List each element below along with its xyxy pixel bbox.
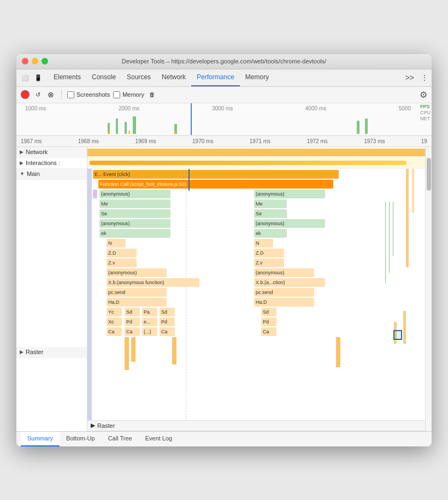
flame-block-purple-small[interactable] [93, 190, 97, 198]
record-button[interactable] [21, 90, 30, 99]
title-bar: Developer Tools – https://developers.goo… [16, 54, 432, 69]
tab-sources[interactable]: Sources [121, 69, 156, 86]
flame-block-pa[interactable]: Pa [142, 308, 157, 316]
flame-block-me-1[interactable]: Me [99, 199, 170, 208]
tab-bottom-up[interactable]: Bottom-Up [60, 432, 102, 446]
devtools-menu-button[interactable]: ⋮ [421, 73, 428, 82]
memory-checkbox[interactable] [113, 91, 120, 98]
selection-indicator [191, 103, 192, 135]
more-tabs-button[interactable]: >> [401, 71, 418, 84]
close-button[interactable] [22, 58, 28, 64]
flame-block-pcsend-1[interactable]: pc.send [107, 288, 167, 297]
flame-block-zv-1[interactable]: Z.v [107, 258, 137, 267]
tab-console[interactable]: Console [86, 69, 121, 86]
devtools-window: Developer Tools – https://developers.goo… [16, 54, 432, 446]
flame-block-anon-tan-2[interactable]: (anonymous) [254, 268, 314, 277]
raster-label-text: Raster [26, 349, 43, 355]
tab-memory[interactable]: Memory [240, 69, 274, 86]
flame-block-ek-2[interactable]: ek [254, 229, 287, 238]
ruler-mark-0: 1967 ms [21, 138, 42, 144]
tall-yellow-1 [125, 337, 129, 370]
main-arrow-icon: ▼ [20, 171, 25, 177]
flame-block-ek-1[interactable]: ek [99, 229, 170, 238]
tab-call-tree[interactable]: Call Tree [102, 432, 139, 446]
network-track [87, 147, 425, 158]
flame-block-sd-1[interactable]: Sd [125, 308, 140, 316]
raster-track[interactable]: ▶ Raster [87, 420, 425, 431]
flame-block-pd-3[interactable]: Pd [261, 317, 276, 326]
flame-block-me-2[interactable]: Me [254, 199, 287, 208]
flame-block-function-call[interactable]: Function Call (script_foot_closure.js:53… [98, 180, 333, 189]
flame-block-n-2[interactable]: N [254, 239, 273, 248]
flame-block-had-1[interactable]: Ha.D [107, 298, 167, 307]
flame-block-zv-2[interactable]: Z.v [254, 258, 284, 267]
flame-block-se-2[interactable]: Se [254, 209, 287, 218]
raster-section-label[interactable]: ▶ Raster [16, 347, 87, 358]
selected-block[interactable] [393, 330, 402, 340]
flame-block-pd-2[interactable]: Pd [160, 317, 175, 326]
flame-block-n-1[interactable]: N [107, 239, 126, 248]
network-section-label[interactable]: ▶ Network [16, 147, 87, 158]
timeline-overview[interactable]: 1000 ms 2000 ms 3000 ms 4000 ms 5000 [16, 103, 432, 136]
ruler-mark-5: 1972 ms [306, 138, 327, 144]
main-section-label[interactable]: ▼ Main [16, 169, 87, 180]
cursor-line [188, 169, 190, 191]
flame-block-pd-1[interactable]: Pd [125, 317, 140, 326]
timeline-label-0: 1000 ms [25, 105, 46, 111]
flame-block-zd-1[interactable]: Z.D [107, 249, 137, 257]
main-track[interactable]: E... Event (click) Function Call (script… [87, 169, 425, 420]
interactions-section-label[interactable]: ▶ Interactions : [16, 158, 87, 169]
interactions-arrow-icon: ▶ [20, 160, 23, 166]
minimize-button[interactable] [32, 58, 38, 64]
flame-block-zd-2[interactable]: Z.D [254, 249, 284, 257]
flame-block-event-click[interactable]: E... Event (click) [93, 170, 339, 179]
flame-block-sd-2[interactable]: Sd [160, 308, 175, 316]
ruler-mark-4: 1971 ms [250, 138, 270, 144]
flame-block-dots[interactable]: (...) [142, 327, 157, 336]
tab-event-log[interactable]: Event Log [139, 432, 179, 446]
reload-button[interactable]: ↺ [33, 90, 43, 99]
ruler-mark-3: 1970 ms [192, 138, 213, 144]
settings-button[interactable]: ⚙ [420, 90, 427, 100]
screenshots-checkbox[interactable] [67, 91, 74, 98]
tab-icon-group: ⬜ 📱 [20, 72, 44, 83]
tall-yellow-4 [336, 337, 340, 367]
screenshots-checkbox-label[interactable]: Screenshots [67, 91, 110, 98]
tab-summary[interactable]: Summary [21, 432, 60, 446]
flame-block-had-2[interactable]: Ha.D [254, 298, 314, 307]
tab-elements[interactable]: Elements [48, 69, 86, 86]
scrollbar-thumb[interactable] [427, 158, 431, 191]
raster-track-arrow: ▶ [91, 422, 95, 429]
flame-block-ca-2[interactable]: Ca [125, 327, 140, 336]
flame-block-anon-1[interactable]: (anonymous) [99, 190, 170, 198]
flame-block-anon-1b[interactable]: (anonymous) [254, 190, 325, 198]
maximize-button[interactable] [42, 58, 48, 64]
flame-block-xc[interactable]: Xc [107, 317, 122, 326]
memory-checkbox-label[interactable]: Memory [113, 91, 144, 98]
traffic-lights [22, 58, 48, 64]
flame-block-se-1[interactable]: Se [99, 209, 170, 218]
tall-yellow-3 [172, 337, 176, 364]
main-scrollbar[interactable] [425, 147, 432, 431]
flame-block-ca-3[interactable]: Ca [160, 327, 175, 336]
tab-performance[interactable]: Performance [191, 69, 240, 86]
flame-block-ca-1[interactable]: Ca [107, 327, 122, 336]
flame-block-anon-tan-1[interactable]: (anonymous) [107, 268, 167, 277]
flame-block-yc[interactable]: Yc [107, 308, 122, 316]
flame-block-ellipsis[interactable]: e... [142, 317, 157, 326]
flame-block-ca-4[interactable]: Ca [261, 327, 276, 336]
flame-block-anon-2b[interactable]: (anonymous) [254, 219, 325, 228]
flame-block-sd-3[interactable]: Sd [261, 308, 276, 316]
device-icon[interactable]: 📱 [33, 72, 44, 83]
cursor-icon[interactable]: ⬜ [20, 72, 31, 83]
clear-button[interactable]: ⊗ [46, 90, 56, 99]
ruler-mark-2: 1969 ms [135, 138, 156, 144]
tab-network[interactable]: Network [156, 69, 191, 86]
delete-button[interactable]: 🗑 [148, 90, 157, 99]
flame-block-xb-2[interactable]: X.b.(a...ction) [254, 278, 325, 287]
flame-block-pcsend-2[interactable]: pc.send [254, 288, 314, 297]
flame-block-xb-1[interactable]: X.b.(anonymous function) [107, 278, 199, 287]
flame-block-anon-2[interactable]: (anonymous) [99, 219, 170, 228]
main-track-marker [87, 169, 92, 420]
devtools-tab-bar: ⬜ 📱 Elements Console Sources Network Per… [16, 69, 432, 87]
